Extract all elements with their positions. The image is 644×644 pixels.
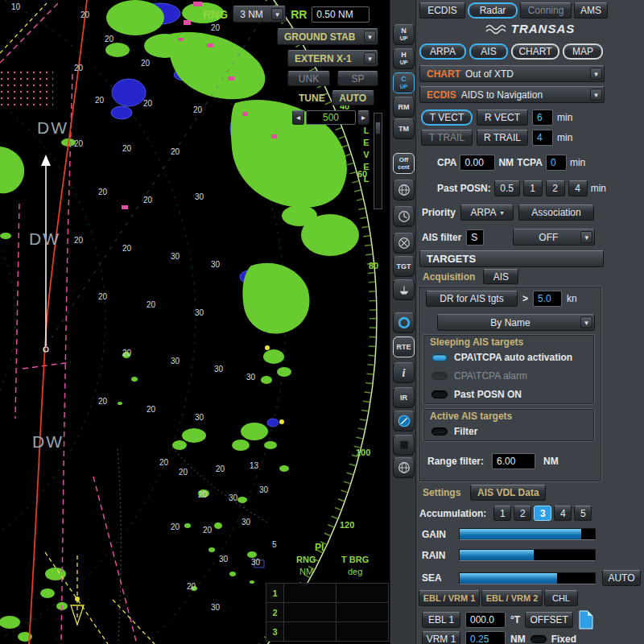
dr-speed-value[interactable]: 5.0 (533, 291, 562, 307)
chart-button[interactable]: CHART (511, 43, 559, 60)
accumulation-3[interactable]: 3 (534, 506, 551, 521)
chevron-down-icon[interactable]: ▾ (271, 8, 283, 20)
display-panel-icon[interactable] (393, 435, 415, 456)
tcpa-value[interactable]: 0 (546, 155, 567, 171)
gain-slider[interactable] (459, 528, 596, 540)
cpa-alarm-toggle[interactable] (431, 372, 448, 380)
vrm1-fixed-toggle[interactable] (530, 635, 547, 643)
stabilization-select[interactable]: GROUND STAB ▾ (277, 28, 378, 45)
tune-value[interactable]: 500 (306, 110, 356, 125)
past-posn-0-5[interactable]: 0.5 (494, 180, 520, 196)
tab-ecdis[interactable]: ECDIS (419, 2, 465, 19)
chevron-down-icon[interactable]: ▾ (580, 231, 592, 243)
dr-for-ais-button[interactable]: DR for AIS tgts (426, 291, 518, 307)
vrm1-value[interactable]: 0.25 (465, 631, 506, 644)
chevron-down-icon[interactable]: ▾ (580, 316, 592, 328)
off-center-button[interactable]: Offcent (393, 153, 415, 174)
chevron-down-icon[interactable]: ▾ (590, 68, 602, 80)
range-select[interactable]: 3 NM ▾ (233, 6, 286, 23)
target-button[interactable]: TGT (393, 256, 415, 277)
accumulation-4[interactable]: 4 (554, 506, 572, 521)
past-posn-2[interactable]: 2 (546, 180, 565, 196)
accumulation-5[interactable]: 5 (574, 506, 592, 521)
globe-icon[interactable] (393, 180, 415, 200)
clock-icon[interactable] (393, 206, 415, 227)
map-button[interactable]: MAP (563, 43, 603, 60)
extern-source-select[interactable]: EXTERN X-1 ▾ (287, 50, 378, 67)
range-filter-value[interactable]: 6.00 (492, 453, 535, 469)
route-button[interactable]: RTE (393, 336, 415, 357)
chevron-down-icon[interactable]: ▾ (364, 31, 376, 43)
interference-rejection-button[interactable]: IR (393, 387, 415, 408)
relative-vector-button[interactable]: R VECT (477, 109, 528, 126)
tab-ebl-vrm-1[interactable]: EBL / VRM 1 (419, 590, 480, 606)
offset-button[interactable]: OFFSET (525, 612, 573, 628)
info-button[interactable]: i (393, 362, 415, 383)
ebl1-button[interactable]: EBL 1 (422, 612, 460, 628)
head-up-button[interactable]: HUP (393, 48, 415, 69)
tab-ams[interactable]: AMS (574, 2, 608, 19)
targets-header[interactable]: TARGETS (419, 250, 604, 267)
vector-time-value[interactable]: 6 (532, 109, 553, 126)
note-icon[interactable] (578, 609, 594, 630)
pi-brg-cell[interactable] (336, 603, 389, 622)
chevron-down-icon[interactable]: ▾ (364, 52, 376, 64)
cpa-value[interactable]: 0.00 (460, 155, 495, 171)
pi-rng-cell[interactable] (284, 603, 336, 622)
sort-by-select[interactable]: By Name ▾ (437, 314, 595, 331)
tab-ais-targets[interactable]: AIS (483, 269, 518, 284)
world-chart-icon[interactable] (393, 457, 415, 478)
accumulation-1[interactable]: 1 (493, 506, 511, 521)
level-slider[interactable] (374, 113, 382, 209)
course-up-button[interactable]: CUP (393, 72, 415, 93)
past-posn-1[interactable]: 1 (523, 180, 543, 196)
pi-brg-cell[interactable] (336, 584, 389, 603)
relative-trail-button[interactable]: R TRAIL (477, 130, 528, 146)
tab-settings[interactable]: Settings (423, 487, 460, 498)
tab-radar[interactable]: Radar (468, 2, 518, 19)
true-motion-button[interactable]: TM (393, 118, 415, 139)
pi-brg-cell[interactable] (336, 622, 389, 642)
sea-auto-button[interactable]: AUTO (602, 570, 641, 586)
chevron-down-icon[interactable]: ▾ (590, 89, 602, 101)
pi-rng-cell[interactable] (284, 622, 336, 642)
ship-icon[interactable] (393, 279, 415, 300)
rain-slider[interactable] (459, 549, 596, 561)
tab-ebl-vrm-2[interactable]: EBL / VRM 2 (481, 590, 543, 606)
sea-slider[interactable] (459, 572, 596, 584)
past-posn-on-toggle[interactable] (431, 390, 448, 398)
range-rings-value[interactable]: 0.50 NM (312, 6, 369, 23)
sp-button[interactable]: SP (337, 71, 378, 86)
ecdis-aids-select[interactable]: ECDIS AIDS to Navigation ▾ (419, 86, 605, 103)
tab-ais-vdl-data[interactable]: AIS VDL Data (470, 485, 546, 501)
cancel-target-icon[interactable] (393, 233, 415, 254)
spinner-right-icon[interactable]: ► (357, 110, 369, 125)
unk-button[interactable]: UNK (287, 71, 330, 86)
true-vector-button[interactable]: T VECT (421, 109, 473, 126)
ais-filter-select[interactable]: OFF ▾ (513, 229, 595, 246)
no-go-zone-icon[interactable] (393, 312, 415, 333)
past-posn-4[interactable]: 4 (568, 180, 588, 196)
ais-button[interactable]: AIS (469, 43, 508, 60)
level-slider-thumb[interactable] (375, 122, 381, 134)
true-trail-button[interactable]: T TRAIL (421, 130, 473, 146)
vrm1-button[interactable]: VRM 1 (422, 631, 460, 644)
relative-motion-button[interactable]: RM (393, 97, 415, 118)
chart-alerts-select[interactable]: CHART Out of XTD ▾ (419, 65, 605, 82)
trail-time-value[interactable]: 4 (532, 130, 553, 146)
tab-conning[interactable]: Conning (520, 2, 572, 19)
filter-toggle[interactable] (431, 427, 448, 436)
tab-acquisition[interactable]: Acquisition (423, 271, 475, 283)
pi-rng-cell[interactable] (284, 584, 336, 603)
ais-filter-class-value[interactable]: S (466, 229, 484, 246)
tune-auto-button[interactable]: AUTO (332, 90, 374, 105)
tab-chl[interactable]: CHL (544, 590, 578, 606)
association-button[interactable]: Association (518, 204, 594, 221)
arpa-button[interactable]: ARPA (419, 43, 466, 60)
compass-icon[interactable] (393, 411, 415, 431)
priority-arpa-select[interactable]: ARPA ▾ (460, 204, 514, 221)
accumulation-2[interactable]: 2 (514, 506, 531, 521)
c pa-auto-activation-toggle[interactable] (431, 353, 448, 361)
ebl1-value[interactable]: 000.0 (465, 612, 506, 628)
north-up-button[interactable]: NUP (393, 24, 415, 45)
